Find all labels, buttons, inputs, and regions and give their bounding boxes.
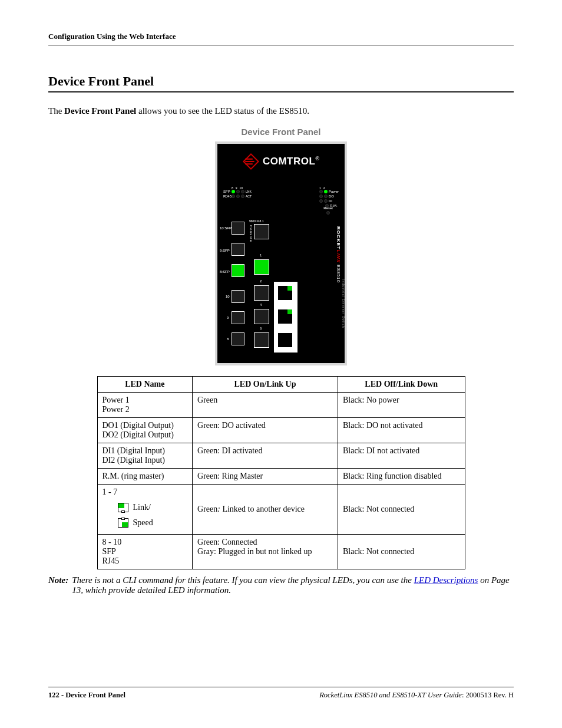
do-label: DO bbox=[329, 195, 334, 198]
table-row: DO1 (Digital Output) DO2 (Digital Output… bbox=[97, 418, 465, 443]
num-2: 2 bbox=[323, 186, 325, 190]
led-dot bbox=[236, 190, 240, 193]
port-4 bbox=[254, 309, 269, 324]
num-9: 9 bbox=[236, 186, 237, 190]
footer-guide-name: RocketLinx ES8510 and ES8510-XT User Gui… bbox=[319, 691, 462, 699]
port-num-6: 6 bbox=[260, 327, 262, 330]
cell-off: Black: Not connected bbox=[338, 535, 465, 569]
led-dot bbox=[319, 190, 323, 193]
page-header: Configuration Using the Web Interface bbox=[48, 31, 514, 45]
port-8 bbox=[232, 332, 244, 345]
led-area: 8 9 10 SFPLNK RJ45ACT 1 2 Power DO DI R.… bbox=[223, 186, 339, 209]
logo-brand-text: COMTROL® bbox=[263, 156, 319, 167]
led-dot bbox=[324, 195, 328, 198]
console-label: Console bbox=[249, 225, 253, 242]
cell-name: 8 - 10 SFP RJ45 bbox=[97, 535, 193, 569]
table-row: 8 - 10 SFP RJ45 Green: Connected Gray: P… bbox=[97, 535, 465, 569]
led-dot bbox=[232, 190, 235, 193]
port-num-5: 5 bbox=[295, 314, 297, 317]
cell-on-text: Linked to another device bbox=[222, 505, 305, 513]
rj45-label: RJ45 bbox=[223, 195, 230, 198]
cell-on: Green: DI activated bbox=[193, 443, 338, 469]
led-dot bbox=[236, 195, 240, 198]
note-label: Note: bbox=[48, 575, 68, 595]
cell-name: Power 1 Power 2 bbox=[97, 393, 193, 418]
panel-caption: Device Front Panel bbox=[48, 127, 514, 137]
led-dot bbox=[319, 195, 323, 198]
brand-rocket: ROCKET bbox=[336, 226, 341, 250]
cell-off: Black: Not connected bbox=[338, 485, 465, 535]
table-row: R.M. (ring master) Green: Ring Master Bl… bbox=[97, 469, 465, 485]
section-title: Device Front Panel bbox=[48, 74, 514, 89]
logo-row: COMTROL® bbox=[217, 144, 345, 170]
port-8sfp-label: 8:SFP bbox=[220, 270, 230, 274]
cell-off: Black: DI not activated bbox=[338, 443, 465, 469]
led-dot bbox=[324, 190, 328, 193]
cell-on: Green: Ring Master bbox=[193, 469, 338, 485]
intro-bold: Device Front Panel bbox=[64, 106, 136, 116]
led-status-table: LED Name LED On/Link Up LED Off/Link Dow… bbox=[97, 376, 465, 569]
cell-name: R.M. (ring master) bbox=[97, 469, 193, 485]
side-brand: ROCKETLINX ES8510 bbox=[336, 226, 341, 283]
note-block: Note: There is not a CLI command for thi… bbox=[48, 575, 514, 595]
intro-post: allows you to see the LED status of the … bbox=[136, 106, 309, 116]
link-label: Link/ bbox=[133, 503, 151, 512]
port-1 bbox=[254, 259, 269, 275]
cell-name: 1 - 7 Link/ Speed bbox=[97, 485, 193, 535]
sfp-label: SFP bbox=[223, 190, 230, 193]
port-9 bbox=[232, 311, 244, 324]
led-descriptions-link[interactable]: LED Descriptions bbox=[414, 575, 478, 585]
device-front-panel-image: COMTROL® 8 9 10 SFPLNK RJ45ACT 1 2 Power… bbox=[215, 141, 347, 365]
title-rule bbox=[48, 91, 514, 93]
cell-on: Green: Connected Gray: Plugged in but no… bbox=[193, 535, 338, 569]
logo-reg: ® bbox=[315, 156, 319, 162]
comtrol-logo-icon bbox=[243, 153, 259, 170]
led-dot bbox=[232, 195, 235, 198]
cell-off: Black: No power bbox=[338, 393, 465, 418]
footer-guide: RocketLinx ES8510 and ES8510-XT User Gui… bbox=[319, 691, 514, 700]
lnk-label: LNK bbox=[246, 190, 252, 193]
port-9sfp bbox=[232, 243, 244, 256]
act-label: ACT bbox=[246, 195, 252, 198]
reset-area: Reset bbox=[323, 206, 333, 215]
port-num-7: 7 bbox=[295, 337, 297, 341]
cell-on: Green bbox=[193, 393, 338, 418]
port-10 bbox=[232, 290, 244, 303]
mini-port-icon bbox=[118, 518, 128, 528]
reset-label: Reset bbox=[323, 206, 333, 210]
baud-label: 9600.N.8.1 bbox=[249, 219, 263, 223]
console-port bbox=[254, 224, 269, 239]
power-label: Power bbox=[329, 190, 339, 193]
led-dot bbox=[241, 195, 244, 198]
port-num-4: 4 bbox=[260, 303, 262, 307]
note-pre: There is not a CLI command for this feat… bbox=[72, 575, 414, 585]
table-row: 1 - 7 Link/ Speed Green: Linked to anoth… bbox=[97, 485, 465, 535]
port-10sfp-label: 10:SFP bbox=[220, 226, 232, 230]
brand-linx: LINX bbox=[336, 250, 341, 263]
port-num-1: 1 bbox=[260, 253, 262, 257]
port-num-8: 8 bbox=[227, 337, 229, 341]
port-num-2: 2 bbox=[260, 279, 262, 283]
port-2 bbox=[254, 285, 269, 301]
port-num-3: 3 bbox=[295, 290, 297, 294]
port-5 bbox=[277, 309, 293, 324]
logo-brand: COMTROL bbox=[263, 156, 315, 167]
table-row: DI1 (Digital Input) DI2 (Digital Input) … bbox=[97, 443, 465, 469]
th-led-off: LED Off/Link Down bbox=[338, 377, 465, 393]
page-footer: 122 - Device Front Panel RocketLinx ES85… bbox=[48, 687, 514, 700]
th-led-on: LED On/Link Up bbox=[193, 377, 338, 393]
port-num-10: 10 bbox=[226, 295, 230, 298]
footer-page: 122 - Device Front Panel bbox=[48, 691, 125, 700]
cell-off: Black: DO not activated bbox=[338, 418, 465, 443]
cell-name: DI1 (Digital Input) DI2 (Digital Input) bbox=[97, 443, 193, 469]
note-body: There is not a CLI command for this feat… bbox=[72, 575, 514, 595]
speed-label: Speed bbox=[133, 518, 153, 528]
th-led-name: LED Name bbox=[97, 377, 193, 393]
reset-dot bbox=[326, 211, 330, 215]
header-text: Configuration Using the Web Interface bbox=[48, 32, 176, 41]
led-dot bbox=[324, 199, 328, 203]
di-label: DI bbox=[329, 199, 332, 203]
port-6 bbox=[254, 332, 269, 348]
brand-model: ES8510 bbox=[336, 263, 340, 283]
port-3 bbox=[277, 285, 293, 301]
